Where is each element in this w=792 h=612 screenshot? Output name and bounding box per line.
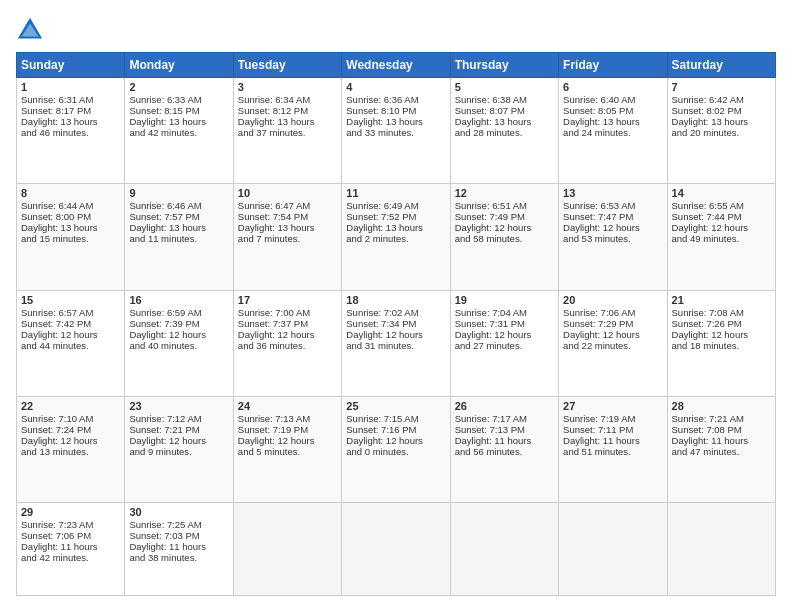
cell-line: and 20 minutes. xyxy=(672,127,771,138)
day-number: 19 xyxy=(455,294,554,306)
day-number: 30 xyxy=(129,506,228,518)
cell-line: Sunset: 7:29 PM xyxy=(563,318,662,329)
calendar-cell: 8Sunrise: 6:44 AMSunset: 8:00 PMDaylight… xyxy=(17,184,125,290)
cell-line: Sunset: 8:00 PM xyxy=(21,211,120,222)
page: SundayMondayTuesdayWednesdayThursdayFrid… xyxy=(0,0,792,612)
cell-line: Sunrise: 6:49 AM xyxy=(346,200,445,211)
cell-line: Daylight: 13 hours xyxy=(672,116,771,127)
cell-line: and 0 minutes. xyxy=(346,446,445,457)
calendar-cell: 4Sunrise: 6:36 AMSunset: 8:10 PMDaylight… xyxy=(342,78,450,184)
day-number: 25 xyxy=(346,400,445,412)
cell-line: Sunset: 8:17 PM xyxy=(21,105,120,116)
logo-icon xyxy=(16,16,44,44)
cell-line: Daylight: 12 hours xyxy=(563,222,662,233)
cell-line: Sunset: 7:26 PM xyxy=(672,318,771,329)
cell-line: Daylight: 11 hours xyxy=(21,541,120,552)
day-number: 28 xyxy=(672,400,771,412)
cell-line: Daylight: 13 hours xyxy=(346,222,445,233)
cell-line: Sunrise: 6:33 AM xyxy=(129,94,228,105)
calendar-week-3: 15Sunrise: 6:57 AMSunset: 7:42 PMDayligh… xyxy=(17,290,776,396)
calendar-cell: 5Sunrise: 6:38 AMSunset: 8:07 PMDaylight… xyxy=(450,78,558,184)
calendar-cell: 20Sunrise: 7:06 AMSunset: 7:29 PMDayligh… xyxy=(559,290,667,396)
day-number: 1 xyxy=(21,81,120,93)
cell-line: Daylight: 11 hours xyxy=(563,435,662,446)
cell-line: and 36 minutes. xyxy=(238,340,337,351)
weekday-header-wednesday: Wednesday xyxy=(342,53,450,78)
cell-line: and 5 minutes. xyxy=(238,446,337,457)
day-number: 21 xyxy=(672,294,771,306)
calendar-header: SundayMondayTuesdayWednesdayThursdayFrid… xyxy=(17,53,776,78)
cell-line: and 9 minutes. xyxy=(129,446,228,457)
calendar-cell: 30Sunrise: 7:25 AMSunset: 7:03 PMDayligh… xyxy=(125,503,233,596)
calendar-cell: 11Sunrise: 6:49 AMSunset: 7:52 PMDayligh… xyxy=(342,184,450,290)
cell-line: and 13 minutes. xyxy=(21,446,120,457)
day-number: 17 xyxy=(238,294,337,306)
cell-line: Sunrise: 6:59 AM xyxy=(129,307,228,318)
cell-line: and 46 minutes. xyxy=(21,127,120,138)
cell-line: Sunrise: 7:00 AM xyxy=(238,307,337,318)
cell-line: Sunset: 7:49 PM xyxy=(455,211,554,222)
day-number: 29 xyxy=(21,506,120,518)
cell-line: Sunset: 7:57 PM xyxy=(129,211,228,222)
cell-line: Sunset: 7:37 PM xyxy=(238,318,337,329)
calendar-week-4: 22Sunrise: 7:10 AMSunset: 7:24 PMDayligh… xyxy=(17,396,776,502)
cell-line: Sunrise: 6:40 AM xyxy=(563,94,662,105)
calendar-cell: 26Sunrise: 7:17 AMSunset: 7:13 PMDayligh… xyxy=(450,396,558,502)
calendar-cell: 29Sunrise: 7:23 AMSunset: 7:06 PMDayligh… xyxy=(17,503,125,596)
day-number: 24 xyxy=(238,400,337,412)
cell-line: Sunrise: 6:44 AM xyxy=(21,200,120,211)
cell-line: Sunset: 7:52 PM xyxy=(346,211,445,222)
cell-line: and 37 minutes. xyxy=(238,127,337,138)
calendar-cell: 2Sunrise: 6:33 AMSunset: 8:15 PMDaylight… xyxy=(125,78,233,184)
cell-line: Daylight: 12 hours xyxy=(129,435,228,446)
day-number: 11 xyxy=(346,187,445,199)
cell-line: and 38 minutes. xyxy=(129,552,228,563)
calendar-cell: 13Sunrise: 6:53 AMSunset: 7:47 PMDayligh… xyxy=(559,184,667,290)
cell-line: Sunset: 7:19 PM xyxy=(238,424,337,435)
calendar-cell: 24Sunrise: 7:13 AMSunset: 7:19 PMDayligh… xyxy=(233,396,341,502)
cell-line: Daylight: 12 hours xyxy=(672,222,771,233)
day-number: 14 xyxy=(672,187,771,199)
day-number: 22 xyxy=(21,400,120,412)
cell-line: Sunset: 8:07 PM xyxy=(455,105,554,116)
cell-line: and 24 minutes. xyxy=(563,127,662,138)
logo xyxy=(16,16,48,44)
calendar-cell: 16Sunrise: 6:59 AMSunset: 7:39 PMDayligh… xyxy=(125,290,233,396)
calendar-week-1: 1Sunrise: 6:31 AMSunset: 8:17 PMDaylight… xyxy=(17,78,776,184)
cell-line: and 11 minutes. xyxy=(129,233,228,244)
cell-line: Daylight: 12 hours xyxy=(238,435,337,446)
day-number: 4 xyxy=(346,81,445,93)
cell-line: Sunset: 7:16 PM xyxy=(346,424,445,435)
cell-line: and 44 minutes. xyxy=(21,340,120,351)
cell-line: Daylight: 12 hours xyxy=(455,329,554,340)
cell-line: Sunrise: 7:19 AM xyxy=(563,413,662,424)
calendar-cell: 12Sunrise: 6:51 AMSunset: 7:49 PMDayligh… xyxy=(450,184,558,290)
day-number: 12 xyxy=(455,187,554,199)
cell-line: Sunrise: 7:21 AM xyxy=(672,413,771,424)
cell-line: and 27 minutes. xyxy=(455,340,554,351)
day-number: 20 xyxy=(563,294,662,306)
calendar-cell xyxy=(233,503,341,596)
calendar-cell: 6Sunrise: 6:40 AMSunset: 8:05 PMDaylight… xyxy=(559,78,667,184)
cell-line: Daylight: 13 hours xyxy=(129,116,228,127)
weekday-header-saturday: Saturday xyxy=(667,53,775,78)
cell-line: and 33 minutes. xyxy=(346,127,445,138)
cell-line: Sunrise: 6:38 AM xyxy=(455,94,554,105)
day-number: 18 xyxy=(346,294,445,306)
cell-line: Sunrise: 6:55 AM xyxy=(672,200,771,211)
cell-line: and 56 minutes. xyxy=(455,446,554,457)
calendar-cell xyxy=(342,503,450,596)
cell-line: Sunset: 8:15 PM xyxy=(129,105,228,116)
cell-line: Sunset: 7:42 PM xyxy=(21,318,120,329)
cell-line: Daylight: 12 hours xyxy=(21,329,120,340)
cell-line: Sunset: 8:05 PM xyxy=(563,105,662,116)
calendar-cell: 21Sunrise: 7:08 AMSunset: 7:26 PMDayligh… xyxy=(667,290,775,396)
calendar-cell: 18Sunrise: 7:02 AMSunset: 7:34 PMDayligh… xyxy=(342,290,450,396)
cell-line: Daylight: 13 hours xyxy=(238,222,337,233)
cell-line: Sunset: 8:12 PM xyxy=(238,105,337,116)
cell-line: Daylight: 13 hours xyxy=(563,116,662,127)
cell-line: Sunset: 7:44 PM xyxy=(672,211,771,222)
cell-line: Sunrise: 7:25 AM xyxy=(129,519,228,530)
cell-line: Sunrise: 6:42 AM xyxy=(672,94,771,105)
cell-line: Daylight: 12 hours xyxy=(455,222,554,233)
